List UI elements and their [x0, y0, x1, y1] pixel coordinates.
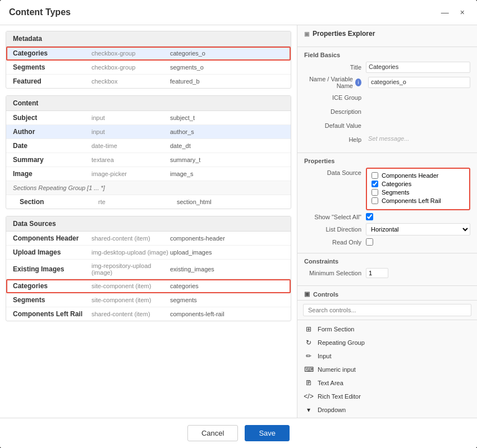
form-row-min-selection: Minimum Selection: [304, 268, 470, 278]
controls-search-input[interactable]: [303, 304, 471, 316]
control-rte[interactable]: </> Rich Text Editor: [297, 390, 477, 403]
modal-header: Content Types — ×: [0, 0, 477, 25]
modal-title: Content Types: [9, 7, 71, 17]
controls-collapse-icon[interactable]: ▣: [304, 290, 310, 298]
chk-categories-input[interactable]: [371, 181, 378, 187]
save-button[interactable]: Save: [245, 425, 290, 441]
control-form-section[interactable]: ⊞ Form Section: [297, 322, 477, 336]
repeating-group-icon: ↻: [304, 338, 313, 347]
field-row-categories-ds[interactable]: Categories site-component (item) categor…: [6, 279, 291, 293]
rte-icon: </>: [304, 392, 313, 401]
field-row-upload-images[interactable]: Upload Images img-desktop-upload (image)…: [6, 246, 291, 260]
form-row-ice-group: ICE Group: [304, 92, 470, 103]
field-row-section[interactable]: Section rte section_html: [6, 195, 291, 209]
field-row-components-lr[interactable]: Components Left Rail shared-content (ite…: [6, 307, 291, 321]
repeating-group-header: Sections Repeating Group [1 ... *]: [6, 181, 291, 195]
metadata-section: Metadata Categories checkbox-group categ…: [6, 31, 291, 89]
datasource-checkboxes-box: Components Header Categories Segments: [366, 168, 470, 210]
chk-components-lr-input[interactable]: [371, 197, 378, 204]
controls-list: ⊞ Form Section ↻ Repeating Group ✏ Input: [297, 320, 477, 418]
form-row-default-value: Default Value: [304, 120, 470, 131]
form-section-icon: ⊞: [304, 325, 313, 334]
form-row-name-var: Name / Variable Name i categories_o: [304, 76, 470, 89]
field-row-image[interactable]: Image image-picker image_s: [6, 167, 291, 181]
form-row-list-direction: List Direction Horizontal Vertical: [304, 223, 470, 235]
properties-section: Properties Data Source Components Header…: [297, 153, 477, 253]
controls-label: ▣ Controls: [304, 290, 470, 298]
form-row-help: Help Set message...: [304, 134, 470, 145]
modal-overlay: Content Types — × Metadata Categories ch…: [0, 0, 477, 448]
controls-search-area: [297, 301, 477, 320]
minimize-button[interactable]: —: [438, 7, 452, 18]
datasources-section: Data Sources Components Header shared-co…: [6, 216, 291, 321]
properties-explorer-title: ▣ Properties Explorer: [304, 30, 470, 38]
textarea-icon: 🖹: [304, 378, 313, 387]
read-only-checkbox[interactable]: [366, 238, 373, 246]
chk-components-header: Components Header: [371, 172, 465, 179]
cancel-button[interactable]: Cancel: [187, 425, 238, 441]
show-select-all-checkbox[interactable]: [366, 213, 373, 220]
content-types-modal: Content Types — × Metadata Categories ch…: [0, 0, 477, 448]
field-basics-label: Field Basics: [304, 52, 470, 58]
form-row-title: Title Categories: [304, 62, 470, 73]
control-textarea[interactable]: 🖹 Text Area: [297, 376, 477, 390]
constraints-section: Constraints Minimum Selection: [297, 253, 477, 286]
field-row-components-header[interactable]: Components Header shared-content (item) …: [6, 232, 291, 246]
modal-footer: Cancel Save: [0, 418, 477, 448]
content-section: Content Subject input subject_t Author i…: [6, 95, 291, 209]
chk-segments: Segments: [371, 189, 465, 196]
numeric-input-icon: ⌨: [304, 365, 313, 374]
modal-body: Metadata Categories checkbox-group categ…: [0, 25, 477, 418]
form-row-data-source: Data Source Components Header Categories: [304, 168, 470, 210]
control-input[interactable]: ✏ Input: [297, 349, 477, 363]
description-value: [366, 106, 470, 117]
control-dropdown[interactable]: ▾ Dropdown: [297, 403, 477, 417]
modal-header-buttons: — ×: [438, 7, 468, 18]
content-header: Content: [6, 96, 291, 111]
chk-categories: Categories: [371, 181, 465, 187]
properties-label: Properties: [304, 158, 470, 164]
field-row-segments-meta[interactable]: Segments checkbox-group segments_o: [6, 61, 291, 75]
name-var-value: categories_o: [368, 77, 470, 88]
field-basics-section: Field Basics Title Categories Name / Var…: [297, 47, 477, 153]
field-row-existing-images[interactable]: Existing Images img-repository-upload (i…: [6, 260, 291, 279]
chk-components-lr: Components Left Rail: [371, 197, 465, 204]
datasources-header: Data Sources: [6, 216, 291, 232]
help-value: Set message...: [366, 134, 470, 145]
chk-segments-input[interactable]: [371, 189, 378, 196]
field-row-categories-meta[interactable]: Categories checkbox-group categories_o: [6, 47, 291, 61]
form-row-read-only: Read Only: [304, 238, 470, 246]
info-icon[interactable]: i: [355, 78, 361, 86]
form-row-description: Description: [304, 106, 470, 117]
default-value-value: [366, 120, 470, 131]
close-button[interactable]: ×: [457, 7, 468, 18]
field-row-featured[interactable]: Featured checkbox featured_b: [6, 75, 291, 88]
constraints-label: Constraints: [304, 258, 470, 265]
form-row-show-select-all: Show "Select All": [304, 213, 470, 220]
title-value: Categories: [366, 62, 470, 73]
input-icon: ✏: [304, 352, 313, 361]
controls-section: ▣ Controls: [297, 286, 477, 301]
field-row-author[interactable]: Author input author_s: [6, 125, 291, 139]
left-panel: Metadata Categories checkbox-group categ…: [0, 25, 297, 418]
chk-components-header-input[interactable]: [371, 172, 378, 179]
ice-group-value: [366, 92, 470, 103]
field-row-segments-ds[interactable]: Segments site-component (item) segments: [6, 293, 291, 307]
metadata-header: Metadata: [6, 31, 291, 47]
field-row-summary[interactable]: Summary textarea summary_t: [6, 153, 291, 167]
min-selection-input[interactable]: [366, 268, 388, 278]
properties-explorer-header-section: ▣ Properties Explorer: [297, 25, 477, 47]
control-numeric-input[interactable]: ⌨ Numeric input: [297, 363, 477, 376]
field-row-subject[interactable]: Subject input subject_t: [6, 111, 291, 125]
field-row-date[interactable]: Date date-time date_dt: [6, 139, 291, 153]
right-panel: ▣ Properties Explorer Field Basics Title…: [297, 25, 477, 418]
control-repeating-group[interactable]: ↻ Repeating Group: [297, 336, 477, 349]
dropdown-icon: ▾: [304, 405, 313, 414]
collapse-icon[interactable]: ▣: [304, 31, 309, 37]
list-direction-select[interactable]: Horizontal Vertical: [366, 223, 470, 235]
